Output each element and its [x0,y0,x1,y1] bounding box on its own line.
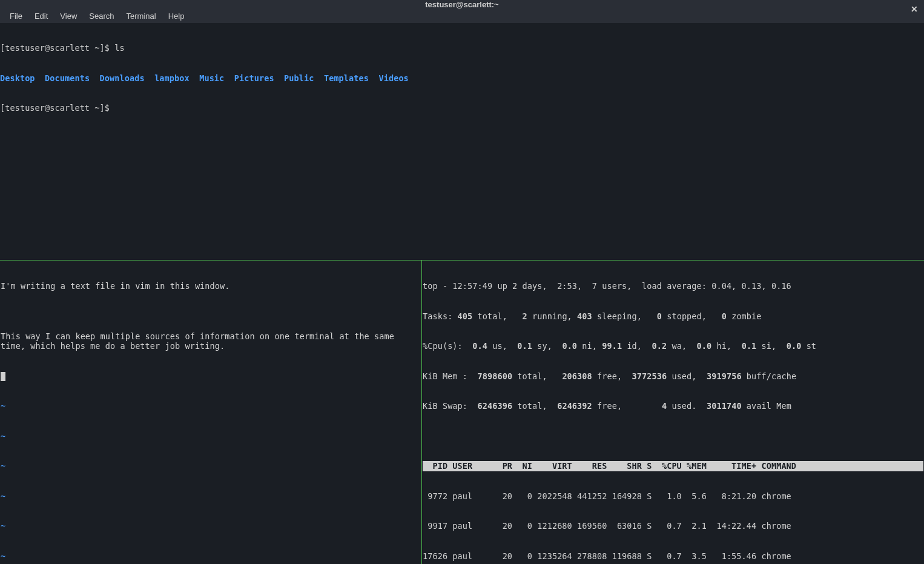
menu-help[interactable]: Help [162,9,191,23]
vim-cursor-line [1,371,421,382]
cursor-icon [1,372,5,381]
top-process-row: 17626 paul 20 0 1235264 278808 119688 S … [423,551,923,562]
dir-pictures: Pictures [234,73,274,83]
dir-lampbox: lampbox [154,73,190,83]
top-summary-1: top - 12:57:49 up 2 days, 2:53, 7 users,… [423,281,923,291]
terminal-body[interactable]: [testuser@scarlett ~]$ ls Desktop Docume… [0,23,924,564]
top-process-row: 9917 paul 20 0 1212680 169560 63016 S 0.… [423,521,923,531]
ls-output: Desktop Documents Downloads lampbox Musi… [0,73,924,84]
shell-command: ls [114,43,124,53]
dir-downloads: Downloads [100,73,145,83]
menubar: File Edit View Search Terminal Help [0,9,924,23]
vim-tilde: ~ [1,491,421,502]
top-summary-tasks: Tasks: 405 total, 2 running, 403 sleepin… [423,311,923,322]
vim-line-1: I'm writing a text file in vim in this w… [1,281,421,291]
dir-desktop: Desktop [0,73,35,83]
vim-tilde: ~ [1,551,421,562]
dir-documents: Documents [45,73,90,83]
dir-public: Public [284,73,314,83]
menu-search[interactable]: Search [83,9,120,23]
shell-pane[interactable]: [testuser@scarlett ~]$ ls Desktop Docume… [0,23,924,260]
dir-music: Music [199,73,224,83]
menu-view[interactable]: View [54,9,83,23]
dir-templates: Templates [324,73,369,83]
vim-tilde: ~ [1,521,421,531]
shell-prompt: [testuser@scarlett ~]$ [0,43,114,53]
vim-tilde: ~ [1,401,421,411]
dir-videos: Videos [378,73,408,83]
top-summary-swap: KiB Swap: 6246396 total, 6246392 free, 4… [423,401,923,411]
window-title: testuser@scarlett:~ [425,0,498,9]
window-titlebar: testuser@scarlett:~ ✕ [0,0,924,9]
menu-edit[interactable]: Edit [28,9,54,23]
vim-tilde: ~ [1,431,421,442]
menu-terminal[interactable]: Terminal [120,9,162,23]
vim-tilde: ~ [1,461,421,471]
top-pane[interactable]: top - 12:57:49 up 2 days, 2:53, 7 users,… [422,260,924,564]
menu-file[interactable]: File [4,9,28,23]
top-process-row: 9772 paul 20 0 2022548 441252 164928 S 1… [423,491,923,502]
shell-prompt-2: [testuser@scarlett ~]$ [0,103,114,113]
top-summary-mem: KiB Mem : 7898600 total, 206308 free, 37… [423,371,923,382]
vim-line-3: This way I can keep multiple sources of … [1,331,421,351]
vim-pane[interactable]: I'm writing a text file in vim in this w… [0,260,422,564]
top-column-header: PID USER PR NI VIRT RES SHR S %CPU %MEM … [423,461,923,471]
lower-split: I'm writing a text file in vim in this w… [0,260,924,564]
top-summary-cpu: %Cpu(s): 0.4 us, 0.1 sy, 0.0 ni, 99.1 id… [423,341,923,351]
close-icon[interactable]: ✕ [911,4,918,14]
